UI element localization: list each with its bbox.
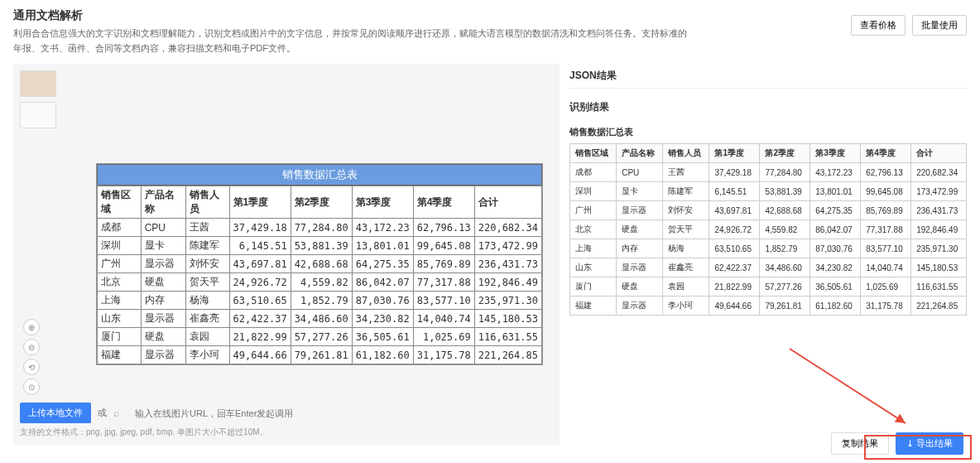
table-header: 第4季度 (861, 144, 911, 163)
zoom-in-icon[interactable]: ⊕ (23, 319, 40, 335)
download-icon: ⤓ (906, 438, 914, 448)
format-hint: 支持的文件格式：png, jpg, jpeg, pdf, bmp. 单图片大小不… (20, 427, 553, 438)
upload-file-button[interactable]: 上传本地文件 (20, 403, 91, 423)
table-row: 广州显示器刘怀安43,697.8142,688.6864,275.3585,76… (98, 255, 542, 273)
copy-result-button[interactable]: 复制结果 (831, 432, 889, 455)
table-row: 成都CPU王茜37,429.1877,284.8043,172.2362,796… (570, 163, 967, 182)
table-header: 销售区域 (570, 144, 617, 163)
preview-panel: 销售数据汇总表 销售区域产品名称销售人员第1季度第2季度第3季度第4季度合计 成… (13, 64, 560, 445)
table-header: 合计 (474, 186, 541, 219)
table-header: 第4季度 (413, 186, 474, 219)
page-title: 通用文档解析 (13, 8, 692, 23)
table-header: 销售区域 (98, 186, 142, 219)
result-table-caption: 销售数据汇总表 (569, 126, 967, 138)
batch-use-button[interactable]: 批量使用 (912, 15, 967, 36)
preview-table: 销售区域产品名称销售人员第1季度第2季度第3季度第4季度合计 成都CPU王茜37… (97, 186, 542, 364)
table-row: 山东显示器崔鑫亮62,422.3734,486.6034,230.8214,04… (98, 310, 542, 328)
table-header: 第3季度 (810, 144, 861, 163)
table-row: 深圳显卡陈建军6,145.5153,881.3913,801.0199,645.… (570, 182, 967, 201)
table-row: 广州显示器刘怀安43,697.8142,688.6864,275.3585,76… (570, 201, 967, 220)
table-header: 第3季度 (352, 186, 413, 219)
table-header: 第1季度 (229, 186, 291, 219)
table-header: 第2季度 (291, 186, 352, 219)
page-description: 利用合合信息强大的文字识别和文档理解能力，识别文档或图片中的文字信息，并按常见的… (13, 27, 692, 55)
zoom-out-icon[interactable]: ⊖ (23, 339, 40, 355)
table-row: 北京硬盘贺天平24,926.724,559.8286,042.0777,317.… (98, 273, 542, 292)
table-row: 上海内存杨海63,510.651,852.7987,030.7683,577.1… (98, 292, 542, 310)
table-header: 第2季度 (760, 144, 810, 163)
thumbnail-2[interactable] (20, 102, 56, 128)
table-row: 北京硬盘贺天平24,926.724,559.8286,042.0777,317.… (570, 220, 967, 239)
recognition-result-title: 识别结果 (569, 95, 967, 119)
search-icon: ⌕ (113, 408, 125, 419)
table-header: 产品名称 (141, 186, 185, 219)
json-result-panel: JSON结果 识别结果 销售数据汇总表 销售区域产品名称销售人员第1季度第2季度… (569, 64, 967, 445)
thumbnail-1[interactable] (20, 70, 56, 97)
preview-table-title: 销售数据汇总表 (97, 164, 542, 186)
table-header: 销售人员 (663, 144, 709, 163)
table-row: 厦门硬盘袁园21,822.9957,277.2636,505.611,025.6… (570, 277, 967, 297)
json-result-title: JSON结果 (569, 64, 967, 89)
view-price-button[interactable]: 查看价格 (851, 15, 906, 36)
fit-icon[interactable]: ⊙ (23, 379, 40, 395)
table-header: 销售人员 (185, 186, 229, 219)
export-result-button[interactable]: ⤓ 导出结果 (896, 432, 963, 455)
result-table: 销售区域产品名称销售人员第1季度第2季度第3季度第4季度合计 成都CPU王茜37… (569, 143, 967, 316)
table-row: 福建显示器李小珂49,644.6679,261.8161,182.6031,17… (570, 297, 967, 316)
table-row: 深圳显卡陈建军6,145.5153,881.3913,801.0199,645.… (98, 237, 542, 255)
or-separator: 或 (98, 407, 107, 419)
table-row: 厦门硬盘袁园21,822.9957,277.2636,505.611,025.6… (98, 328, 542, 346)
url-input[interactable] (132, 405, 553, 422)
table-header: 第1季度 (709, 144, 760, 163)
table-header: 合计 (911, 144, 967, 163)
rotate-icon[interactable]: ⟲ (23, 359, 40, 375)
document-preview: 销售数据汇总表 销售区域产品名称销售人员第1季度第2季度第3季度第4季度合计 成… (96, 163, 543, 365)
table-row: 上海内存杨海63,510.651,852.7987,030.7683,577.1… (570, 239, 967, 258)
table-header: 产品名称 (617, 144, 663, 163)
table-row: 山东显示器崔鑫亮62,422.3734,486.6034,230.8214,04… (570, 258, 967, 277)
table-row: 成都CPU王茜37,429.1877,284.8043,172.2362,796… (98, 219, 542, 237)
table-row: 福建显示器李小珂49,644.6679,261.8161,182.6031,17… (98, 346, 542, 364)
